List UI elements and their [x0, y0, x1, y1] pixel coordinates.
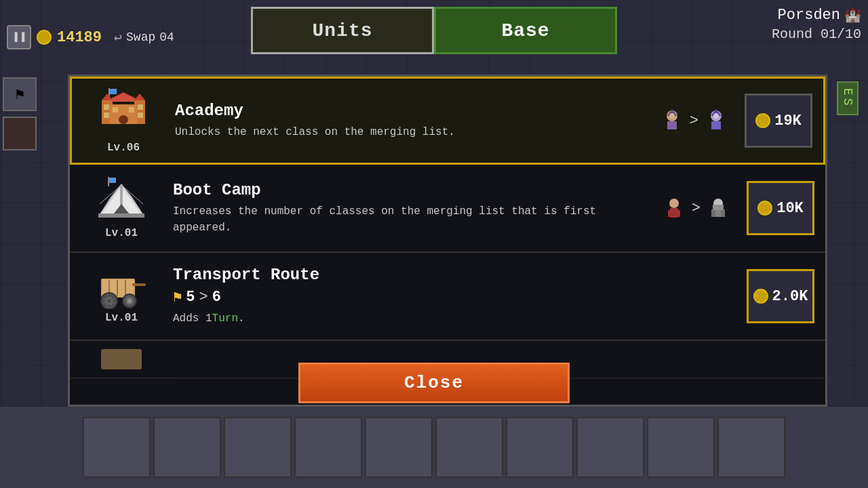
floor-tile-8 — [576, 417, 644, 478]
cost-coin-academy — [755, 113, 770, 128]
desc-before: Adds 1 — [173, 312, 212, 325]
svg-rect-32 — [98, 214, 144, 218]
unit-sprite-before — [660, 108, 684, 133]
bootcamp-arrow: > — [692, 200, 701, 217]
side-right-panel: ES — [827, 75, 868, 407]
academy-cost: 19K — [774, 113, 802, 129]
svg-rect-13 — [113, 107, 118, 113]
floor-tile-2 — [153, 417, 221, 478]
academy-icon-area: Lv.06 — [83, 88, 164, 154]
partial-icon — [81, 349, 162, 369]
floor-tile-4 — [294, 417, 362, 478]
svg-rect-38 — [677, 210, 680, 217]
svg-point-19 — [669, 113, 675, 119]
desc-highlight: Turn — [212, 312, 238, 325]
building-row-bootcamp[interactable]: Lv.01 Boot Camp Increases the number of … — [70, 165, 825, 253]
floor-tile-6 — [435, 417, 503, 478]
svg-rect-42 — [721, 209, 725, 217]
floor-tiles — [0, 407, 868, 488]
bootcamp-unit-before — [662, 196, 686, 220]
gold-amount: 14189 — [57, 29, 102, 46]
svg-rect-9 — [104, 104, 109, 110]
bootcamp-info: Boot Camp Increases the number of classe… — [173, 181, 651, 236]
flag-icon-left[interactable]: ⚑ — [3, 77, 37, 111]
bootcamp-desc: Increases the number of classes on the m… — [173, 203, 651, 236]
svg-rect-17 — [667, 121, 677, 129]
svg-rect-25 — [109, 178, 116, 183]
svg-point-55 — [128, 300, 131, 302]
player-name: Porsden 🏰 — [772, 7, 861, 24]
bootcamp-icon-area: Lv.01 — [81, 177, 162, 239]
bootcamp-cost: 10K — [776, 200, 804, 217]
upgrade-arrow: > — [690, 113, 698, 129]
floor-tile-10 — [717, 417, 785, 478]
transport-name: Transport Route — [173, 266, 736, 284]
header-left: ▐▐ 14189 ↩ Swap 04 — [7, 25, 174, 49]
flag-symbol: ⚑ — [15, 85, 24, 104]
tab-units[interactable]: Units — [251, 7, 434, 54]
svg-marker-7 — [134, 94, 145, 100]
svg-rect-15 — [119, 115, 128, 124]
unit-sprite-after — [704, 108, 728, 133]
transport-info: Transport Route ⚑ 5 > 6 Adds 1Turn. — [173, 266, 736, 327]
pause-button[interactable]: ▐▐ — [7, 25, 31, 49]
academy-sprite — [96, 88, 151, 139]
cost-coin-transport — [753, 289, 768, 304]
bootcamp-level: Lv.01 — [105, 227, 138, 239]
svg-point-23 — [713, 113, 719, 119]
main-content: Lv.06 Academy Unlocks the next class on … — [68, 75, 827, 407]
academy-desc: Unlocks the next class on the merging li… — [175, 124, 649, 140]
transport-count-display: ⚑ 5 > 6 — [173, 288, 736, 306]
side-panel-extra — [3, 117, 37, 150]
transport-flag-icon: ⚑ — [173, 288, 182, 306]
svg-rect-49 — [132, 283, 146, 286]
floor-tile-7 — [506, 417, 574, 478]
swap-icon: ↩ — [114, 29, 122, 46]
svg-rect-11 — [138, 104, 143, 110]
svg-rect-43 — [713, 205, 724, 210]
close-button[interactable]: Close — [298, 363, 570, 403]
bootcamp-name: Boot Camp — [173, 181, 651, 199]
transport-level: Lv.01 — [105, 312, 138, 324]
transport-cost-btn[interactable]: 2.0K — [747, 269, 814, 323]
academy-info: Academy Unlocks the next class on the me… — [175, 102, 649, 140]
academy-upgrade-section: > — [660, 108, 728, 133]
building-row-transport[interactable]: Lv.01 Transport Route ⚑ 5 > 6 Adds 1Turn… — [70, 253, 825, 341]
tab-base[interactable]: Base — [434, 7, 617, 54]
academy-name: Academy — [175, 102, 649, 120]
svg-rect-14 — [129, 107, 134, 113]
svg-rect-24 — [108, 177, 109, 186]
tabs: Units Base — [251, 7, 617, 54]
building-row-academy[interactable]: Lv.06 Academy Unlocks the next class on … — [70, 77, 825, 165]
svg-rect-37 — [668, 210, 671, 217]
floor-tile-5 — [365, 417, 433, 478]
transport-desc: Adds 1Turn. — [173, 310, 736, 327]
pause-icon: ▐▐ — [12, 32, 26, 43]
bootcamp-unit-after — [706, 196, 730, 220]
player-icon: 🏰 — [844, 7, 861, 24]
svg-rect-41 — [711, 209, 715, 217]
svg-rect-21 — [711, 121, 721, 129]
right-label-text: ES — [837, 81, 859, 115]
bootcamp-cost-btn[interactable]: 10K — [747, 181, 814, 235]
svg-rect-1 — [110, 89, 117, 94]
academy-cost-btn[interactable]: 19K — [745, 94, 812, 148]
floor-tile-3 — [224, 417, 292, 478]
count-to: 6 — [212, 289, 221, 306]
swap-area: ↩ Swap 04 — [114, 29, 174, 46]
bootcamp-sprite — [94, 177, 149, 224]
transport-icon-area: Lv.01 — [81, 268, 162, 324]
header-right: Porsden 🏰 Round 01/10 — [772, 7, 861, 42]
transport-sprite — [94, 268, 149, 309]
academy-level: Lv.06 — [107, 142, 140, 154]
svg-marker-5 — [102, 94, 113, 100]
desc-after: . — [238, 312, 245, 325]
svg-rect-12 — [138, 113, 143, 118]
cost-coin-bootcamp — [757, 201, 772, 216]
round-info: Round 01/10 — [772, 26, 861, 42]
swap-count: 04 — [159, 30, 174, 44]
bootcamp-upgrade-section: > — [662, 196, 730, 220]
side-left-panel: ⚑ — [0, 75, 68, 407]
svg-rect-10 — [104, 113, 109, 118]
coin-icon — [37, 30, 52, 45]
